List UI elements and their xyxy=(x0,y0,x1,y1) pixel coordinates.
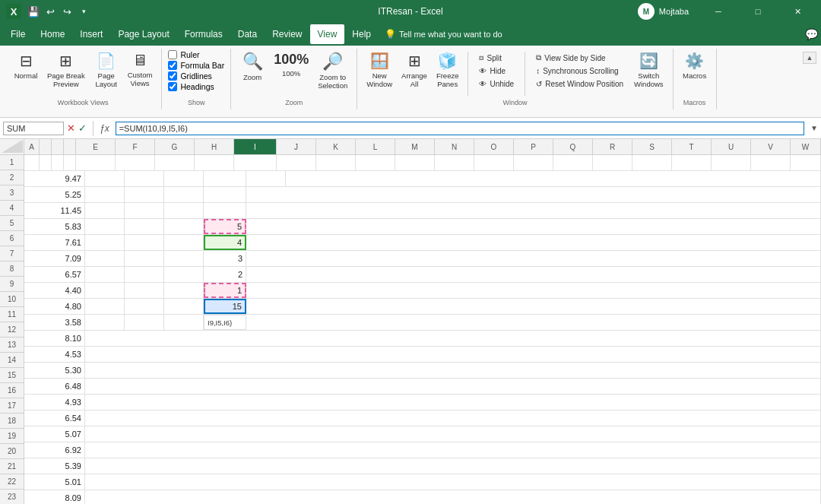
cell-I11[interactable]: I9,I5,I6) xyxy=(204,315,246,330)
cell-H1[interactable] xyxy=(195,155,234,170)
cell-C1[interactable] xyxy=(52,155,64,170)
comments-button[interactable]: 💬 xyxy=(805,28,818,40)
cell-J2[interactable] xyxy=(246,171,286,186)
col-header-E[interactable]: E xyxy=(76,139,116,154)
cell-rest8[interactable] xyxy=(246,267,821,282)
cell-F4[interactable] xyxy=(85,203,125,218)
cell-S1[interactable] xyxy=(632,155,672,170)
col-header-I[interactable]: I xyxy=(234,139,277,154)
restore-button[interactable]: □ xyxy=(740,0,775,23)
cell-H11[interactable] xyxy=(164,315,204,330)
cell-G10[interactable] xyxy=(125,299,164,314)
formula-expand-button[interactable]: ▼ xyxy=(810,124,818,132)
cell-rest19[interactable] xyxy=(85,442,821,458)
menu-page-layout[interactable]: Page Layout xyxy=(110,24,176,44)
cell-G2[interactable] xyxy=(125,171,164,186)
col-header-N[interactable]: N xyxy=(435,139,474,154)
cell-N1[interactable] xyxy=(435,155,474,170)
row-num-2[interactable]: 2 xyxy=(0,170,24,185)
row-num-4[interactable]: 4 xyxy=(0,201,24,216)
user-profile[interactable]: M Mojtaba xyxy=(638,3,689,20)
row-num-3[interactable]: 3 xyxy=(0,185,24,201)
cell-F9[interactable] xyxy=(85,283,125,298)
macros-button[interactable]: ⚙️ Macros xyxy=(680,50,710,81)
menu-help[interactable]: Help xyxy=(344,24,379,44)
cell-J1[interactable] xyxy=(277,155,316,170)
cell-F7[interactable] xyxy=(85,251,125,266)
cell-I1[interactable] xyxy=(234,155,277,170)
menu-formulas[interactable]: Formulas xyxy=(177,24,230,44)
menu-insert[interactable]: Insert xyxy=(72,24,110,44)
cell-E12[interactable]: 8.10 xyxy=(24,331,85,346)
cell-E19[interactable]: 6.92 xyxy=(24,442,85,458)
cell-L1[interactable] xyxy=(356,155,395,170)
cell-I8[interactable]: 2 xyxy=(204,267,246,282)
col-header-R[interactable]: R xyxy=(593,139,632,154)
cell-H8[interactable] xyxy=(164,267,204,282)
zoom-100-button[interactable]: 100% 100% xyxy=(271,50,312,79)
save-qat-button[interactable]: 💾 xyxy=(26,4,41,19)
cell-I9[interactable]: 1 xyxy=(204,283,246,298)
formula-fx-icon[interactable]: ƒx xyxy=(100,123,109,134)
cell-T1[interactable] xyxy=(672,155,712,170)
row-num-18[interactable]: 18 xyxy=(0,414,24,429)
row-num-13[interactable]: 13 xyxy=(0,338,24,353)
gridlines-checkbox-label[interactable]: Gridlines xyxy=(168,71,224,81)
tell-me-input[interactable]: 💡 Tell me what you want to do xyxy=(385,29,502,40)
cell-E2[interactable]: 9.47 xyxy=(24,171,85,186)
formula-bar-checkbox[interactable] xyxy=(168,61,177,70)
row-num-15[interactable]: 15 xyxy=(0,368,24,383)
cell-I6[interactable]: 4 xyxy=(204,235,246,250)
col-header-F[interactable]: F xyxy=(116,139,155,154)
col-header-W[interactable]: W xyxy=(791,139,821,154)
minimize-button[interactable]: ─ xyxy=(701,0,736,23)
cell-A1[interactable] xyxy=(24,155,40,170)
close-button[interactable]: ✕ xyxy=(780,0,815,23)
customize-qat-button[interactable]: ▾ xyxy=(76,4,91,19)
row-num-7[interactable]: 7 xyxy=(0,246,24,262)
reset-window-button[interactable]: ↺ Reset Window Position xyxy=(531,78,628,90)
cell-E22[interactable]: 8.09 xyxy=(24,490,85,504)
cell-F3[interactable] xyxy=(85,187,125,202)
cell-E7[interactable]: 7.09 xyxy=(24,251,85,266)
row-num-10[interactable]: 10 xyxy=(0,292,24,307)
row-num-16[interactable]: 16 xyxy=(0,383,24,398)
cell-G9[interactable] xyxy=(125,283,164,298)
cell-rest9[interactable] xyxy=(246,283,821,298)
cell-K1[interactable] xyxy=(316,155,356,170)
cell-I2[interactable] xyxy=(204,171,246,186)
name-box[interactable] xyxy=(3,122,64,135)
cell-H3[interactable] xyxy=(164,187,204,202)
cell-F1[interactable] xyxy=(116,155,155,170)
cell-E3[interactable]: 5.25 xyxy=(24,187,85,202)
row-num-20[interactable]: 20 xyxy=(0,444,24,459)
cell-I4[interactable] xyxy=(204,203,246,218)
cell-H2[interactable] xyxy=(164,171,204,186)
zoom-to-selection-button[interactable]: 🔎 Zoom to Selection xyxy=(315,50,350,92)
cell-H5[interactable] xyxy=(164,219,204,234)
hide-button[interactable]: 👁 Hide xyxy=(474,65,518,77)
cell-H4[interactable] xyxy=(164,203,204,218)
cell-F6[interactable] xyxy=(85,235,125,250)
cell-H7[interactable] xyxy=(164,251,204,266)
cell-G1[interactable] xyxy=(155,155,195,170)
ribbon-collapse-button[interactable]: ▲ xyxy=(803,52,816,64)
cell-E13[interactable]: 4.53 xyxy=(24,347,85,362)
cell-E21[interactable]: 5.01 xyxy=(24,474,85,490)
cell-V1[interactable] xyxy=(751,155,791,170)
formula-cancel-button[interactable]: ✕ xyxy=(67,122,75,134)
cell-Q1[interactable] xyxy=(553,155,593,170)
menu-view[interactable]: View xyxy=(310,24,345,44)
cell-F5[interactable] xyxy=(85,219,125,234)
row-num-1[interactable]: 1 xyxy=(0,155,24,170)
gridlines-checkbox[interactable] xyxy=(168,71,177,81)
cell-rest10[interactable] xyxy=(246,299,821,314)
col-header-U[interactable]: U xyxy=(712,139,751,154)
cell-E8[interactable]: 6.57 xyxy=(24,267,85,282)
cell-rest13[interactable] xyxy=(85,347,821,362)
cell-rest20[interactable] xyxy=(85,458,821,474)
cell-rest18[interactable] xyxy=(85,426,821,442)
row-num-11[interactable]: 11 xyxy=(0,307,24,322)
menu-home[interactable]: Home xyxy=(33,24,72,44)
cell-G6[interactable] xyxy=(125,235,164,250)
